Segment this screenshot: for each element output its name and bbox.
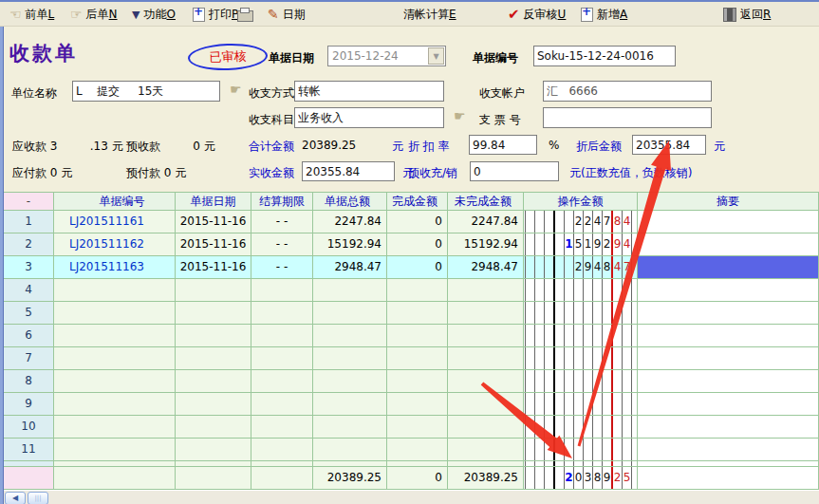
cell-summary[interactable] [638, 279, 819, 302]
cell-num[interactable]: 7 [4, 347, 54, 370]
cell-done[interactable] [387, 439, 448, 461]
cell-num[interactable]: 10 [4, 416, 54, 439]
cell-op[interactable]: 2038925 [524, 467, 638, 490]
toolbar-item-prev[interactable]: 前单L [9, 2, 54, 27]
cell-date[interactable] [176, 279, 251, 302]
cell-undone[interactable] [448, 416, 524, 439]
toolbar-item-date[interactable]: 日期 [268, 2, 306, 27]
cell-op[interactable] [524, 347, 638, 370]
table-row-3[interactable]: 3LJ2015111632015-11-16- -2948.4702948.47… [4, 256, 819, 279]
cell-term[interactable] [251, 467, 313, 490]
cell-date[interactable] [176, 393, 251, 416]
cell-summary[interactable] [638, 211, 819, 233]
cell-doc_no[interactable] [54, 467, 176, 490]
cell-summary[interactable] [638, 467, 819, 490]
cell-total[interactable] [313, 439, 387, 461]
cell-doc_no[interactable] [54, 439, 176, 461]
cell-term[interactable]: - - [251, 256, 313, 279]
toolbar-item-new[interactable]: 新增A [581, 2, 627, 27]
cell-doc_no[interactable]: LJ201511163 [54, 256, 176, 279]
table-row-11[interactable]: 11 [4, 439, 819, 461]
toolbar-item-printer[interactable] [237, 2, 253, 27]
table-row-6[interactable]: 6 [4, 325, 819, 347]
cell-num[interactable] [4, 467, 54, 490]
cell-summary[interactable] [638, 302, 819, 325]
cell-summary[interactable] [638, 325, 819, 347]
cell-summary[interactable] [638, 393, 819, 416]
cell-op[interactable] [524, 302, 638, 325]
cell-total[interactable] [313, 370, 387, 393]
cell-done[interactable]: 0 [387, 233, 448, 256]
cell-op[interactable] [524, 279, 638, 302]
cell-done[interactable] [387, 393, 448, 416]
cell-undone[interactable] [448, 439, 524, 461]
cell-num[interactable]: 3 [4, 256, 54, 279]
cell-doc_no[interactable] [54, 279, 176, 302]
cell-term[interactable] [251, 370, 313, 393]
cell-total[interactable] [313, 325, 387, 347]
cell-done[interactable]: 0 [387, 467, 448, 490]
table-row-totals[interactable]: 20389.25020389.252038925 [4, 467, 819, 490]
cell-total[interactable] [313, 279, 387, 302]
cell-date[interactable] [176, 325, 251, 347]
cell-doc_no[interactable] [54, 416, 176, 439]
cell-date[interactable]: 2015-11-16 [176, 233, 251, 256]
cell-num[interactable]: 11 [4, 439, 54, 461]
cell-doc_no[interactable] [54, 347, 176, 370]
offset-input[interactable] [470, 161, 559, 181]
cell-date[interactable]: 2015-11-16 [176, 256, 251, 279]
cell-doc_no[interactable] [54, 370, 176, 393]
cell-num[interactable]: 6 [4, 325, 54, 347]
unit-input[interactable] [72, 81, 220, 102]
toolbar-item-calc[interactable]: 清帐计算E [403, 2, 456, 27]
check-no-input[interactable] [543, 107, 712, 128]
cell-total[interactable] [313, 302, 387, 325]
cell-done[interactable]: 0 [387, 211, 448, 233]
cell-total[interactable] [313, 416, 387, 439]
cell-undone[interactable] [448, 347, 524, 370]
discounted-amount-input[interactable] [632, 135, 706, 155]
cell-op[interactable] [524, 416, 638, 439]
method-input[interactable] [294, 81, 444, 102]
cell-total[interactable]: 2948.47 [313, 256, 387, 279]
cell-total[interactable]: 2247.84 [313, 211, 387, 233]
cell-done[interactable] [387, 279, 448, 302]
cell-op[interactable] [524, 325, 638, 347]
cell-doc_no[interactable] [54, 302, 176, 325]
subject-input[interactable] [294, 107, 444, 128]
scroll-thumb[interactable] [28, 492, 48, 504]
cell-term[interactable] [251, 279, 313, 302]
cell-op[interactable] [524, 439, 638, 461]
cell-total[interactable]: 15192.94 [313, 233, 387, 256]
cell-total[interactable]: 20389.25 [313, 467, 387, 490]
cell-date[interactable] [176, 302, 251, 325]
table-row-1[interactable]: 1LJ2015111612015-11-16- -2247.8402247.84… [4, 211, 819, 233]
table-row-8[interactable]: 8 [4, 370, 819, 393]
cell-done[interactable] [387, 370, 448, 393]
cell-doc_no[interactable] [54, 325, 176, 347]
cell-op[interactable]: 224784 [524, 211, 638, 233]
cell-num[interactable]: 2 [4, 233, 54, 256]
discount-rate-input[interactable] [469, 135, 537, 155]
cell-term[interactable] [251, 347, 313, 370]
cell-doc_no[interactable] [54, 393, 176, 416]
table-row-7[interactable]: 7 [4, 347, 819, 370]
cell-num[interactable]: 1 [4, 211, 54, 233]
cell-undone[interactable] [448, 302, 524, 325]
cell-num[interactable]: 9 [4, 393, 54, 416]
cell-term[interactable] [251, 302, 313, 325]
cell-date[interactable]: 2015-11-16 [176, 211, 251, 233]
table-row-2[interactable]: 2LJ2015111622015-11-16- -15192.94015192.… [4, 233, 819, 256]
cell-done[interactable] [387, 302, 448, 325]
cell-num[interactable]: 8 [4, 370, 54, 393]
cell-doc_no[interactable]: LJ201511161 [54, 211, 176, 233]
toolbar-item-func[interactable]: 功能O [132, 2, 176, 27]
cell-op[interactable] [524, 370, 638, 393]
cell-term[interactable] [251, 393, 313, 416]
cell-done[interactable] [387, 325, 448, 347]
cell-summary[interactable] [638, 370, 819, 393]
cell-done[interactable] [387, 416, 448, 439]
cell-undone[interactable] [448, 393, 524, 416]
cell-term[interactable] [251, 416, 313, 439]
cell-op[interactable]: 1519294 [524, 233, 638, 256]
